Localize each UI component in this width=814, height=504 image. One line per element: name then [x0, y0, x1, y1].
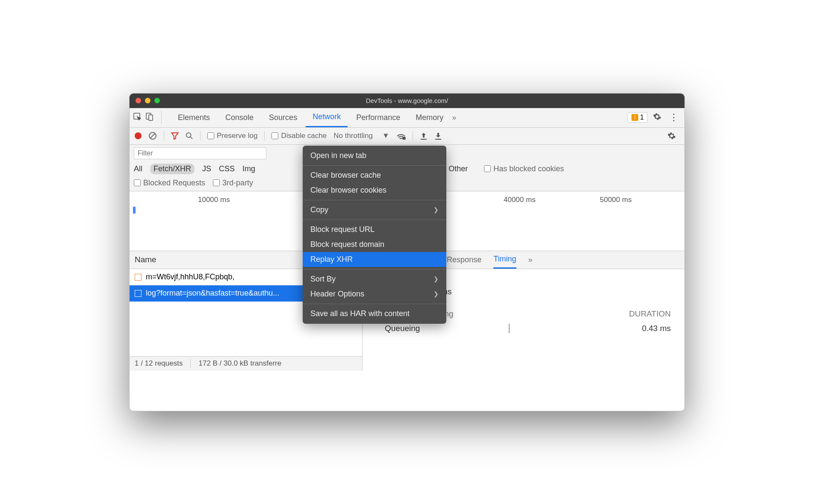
throttling-select[interactable]: No throttling ▼ — [333, 132, 389, 140]
timeline-tick: 40000 ms — [504, 196, 536, 204]
ctx-copy[interactable]: Copy❯ — [303, 202, 446, 217]
queueing-value: 0.43 ms — [642, 324, 671, 333]
tab-network[interactable]: Network — [306, 108, 348, 127]
filter-fetch-xhr[interactable]: Fetch/XHR — [150, 164, 195, 174]
download-icon[interactable] — [434, 132, 442, 140]
warning-icon: ! — [631, 114, 638, 121]
queueing-label: Queueing — [385, 324, 420, 333]
filter-img[interactable]: Img — [242, 164, 255, 173]
svg-line-6 — [191, 137, 193, 139]
timeline-tick: 50000 ms — [600, 196, 632, 204]
filter-css[interactable]: CSS — [219, 164, 235, 173]
status-requests: 1 / 12 requests — [135, 359, 183, 368]
disable-cache-checkbox[interactable]: Disable cache — [271, 132, 327, 140]
ctx-block-domain[interactable]: Block request domain — [303, 237, 446, 252]
panel-tabs: Elements Console Sources Network Perform… — [130, 108, 684, 128]
ctx-replay-xhr[interactable]: Replay XHR — [303, 252, 446, 267]
tab-sources[interactable]: Sources — [262, 108, 304, 127]
devtools-window: DevTools - www.google.com/ Elements Cons… — [129, 93, 685, 411]
chevron-right-icon: ❯ — [434, 290, 439, 297]
network-settings-icon[interactable] — [667, 132, 676, 140]
tab-console[interactable]: Console — [218, 108, 260, 127]
status-bar: 1 / 12 requests 172 B / 30.0 kB transfer… — [130, 356, 362, 371]
network-conditions-icon[interactable] — [396, 132, 406, 140]
duration-label: DURATION — [629, 309, 671, 319]
ctx-block-url[interactable]: Block request URL — [303, 222, 446, 237]
window-controls — [136, 98, 160, 103]
clear-icon[interactable] — [148, 132, 157, 140]
context-menu: Open in new tab Clear browser cache Clea… — [303, 146, 446, 324]
chevron-right-icon: ❯ — [434, 206, 439, 213]
settings-icon[interactable] — [653, 112, 661, 123]
ctx-save-har[interactable]: Save all as HAR with content — [303, 306, 446, 321]
timeline-marker — [133, 207, 136, 214]
more-tabs-icon[interactable]: » — [452, 113, 456, 122]
kebab-menu-icon[interactable]: ⋮ — [669, 112, 678, 123]
window-title: DevTools - www.google.com/ — [130, 97, 684, 104]
record-icon[interactable] — [135, 132, 142, 139]
file-icon — [135, 274, 142, 281]
ctx-sort-by[interactable]: Sort By❯ — [303, 272, 446, 287]
blocked-cookies-checkbox[interactable]: Has blocked cookies — [484, 164, 564, 173]
network-toolbar: Preserve log Disable cache No throttling… — [130, 128, 684, 145]
search-icon[interactable] — [186, 132, 193, 140]
inspect-element-icon[interactable] — [133, 112, 142, 123]
filter-other[interactable]: Other — [448, 164, 468, 173]
svg-point-5 — [186, 133, 191, 138]
svg-line-4 — [150, 133, 155, 138]
timing-bar — [509, 324, 510, 333]
titlebar: DevTools - www.google.com/ — [130, 94, 684, 108]
tab-performance[interactable]: Performance — [349, 108, 407, 127]
blocked-requests-checkbox[interactable]: Blocked Requests — [134, 179, 205, 188]
ctx-open-new-tab[interactable]: Open in new tab — [303, 148, 446, 163]
detail-tab-timing[interactable]: Timing — [493, 251, 516, 269]
chevron-right-icon: ❯ — [434, 275, 439, 282]
filter-js[interactable]: JS — [202, 164, 211, 173]
tab-memory[interactable]: Memory — [409, 108, 450, 127]
file-icon — [135, 290, 142, 297]
tab-elements[interactable]: Elements — [171, 108, 217, 127]
ctx-header-options[interactable]: Header Options❯ — [303, 287, 446, 302]
detail-tab-response[interactable]: Response — [447, 251, 481, 269]
device-toggle-icon[interactable] — [145, 112, 153, 123]
svg-point-7 — [403, 137, 405, 140]
more-detail-tabs-icon[interactable]: » — [528, 255, 533, 264]
preserve-log-checkbox[interactable]: Preserve log — [207, 132, 257, 140]
filter-input[interactable] — [134, 147, 266, 159]
third-party-checkbox[interactable]: 3rd-party — [213, 179, 253, 188]
filter-icon[interactable] — [171, 132, 179, 140]
upload-icon[interactable] — [420, 132, 428, 140]
svg-rect-2 — [149, 115, 153, 120]
status-transfer: 172 B / 30.0 kB transferre — [198, 359, 281, 368]
ctx-clear-cookies[interactable]: Clear browser cookies — [303, 183, 446, 198]
filter-all[interactable]: All — [134, 164, 142, 173]
close-icon[interactable] — [136, 98, 141, 103]
issues-badge[interactable]: !1 — [628, 112, 648, 123]
minimize-icon[interactable] — [145, 98, 150, 103]
ctx-clear-cache[interactable]: Clear browser cache — [303, 168, 446, 183]
timeline-tick: 10000 ms — [198, 196, 230, 204]
maximize-icon[interactable] — [154, 98, 160, 103]
